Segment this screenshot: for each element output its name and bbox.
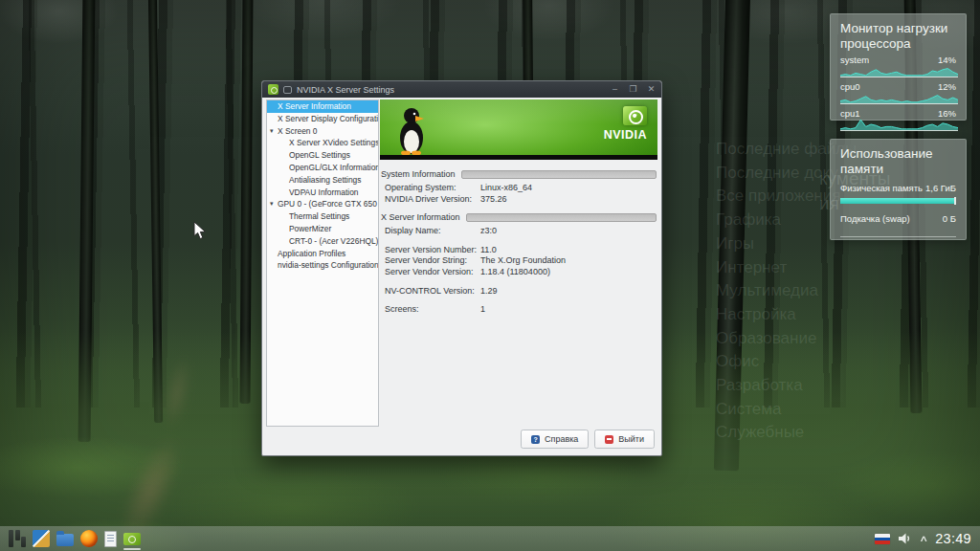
cpu-load-widget: Монитор нагрузки процессора system14%cpu…	[830, 13, 967, 121]
nvidia-app-icon	[268, 84, 278, 95]
info-row: Display Name:z3:0	[381, 226, 657, 237]
ghost-menu-text: Система	[716, 400, 781, 419]
window-content: NVIDIA System InformationOperating Syste…	[380, 99, 657, 452]
cpu-meter: cpu012%	[840, 81, 956, 105]
info-group: Server Version Number:11.0Server Vendor …	[381, 245, 657, 278]
expander-arrow-icon[interactable]: ▾	[270, 125, 274, 138]
sidebar-item-label: X Server Information	[278, 101, 351, 111]
ghost-menu-text: Образование	[716, 329, 816, 348]
info-value: 1.18.4 (11804000)	[480, 267, 550, 278]
ghost-menu-text: Настройка	[716, 305, 796, 324]
info-label: NVIDIA Driver Version:	[381, 194, 480, 206]
keyboard-layout-flag-ru[interactable]	[875, 534, 890, 544]
ghost-menu-text: Графика	[716, 210, 781, 230]
sidebar-item[interactable]: Antialiasing Settings	[267, 174, 378, 187]
memory-bar-fill	[840, 198, 954, 204]
cpu-meter-head: cpu012%	[840, 81, 956, 92]
sidebar-tree[interactable]: X Server InformationX Server Display Con…	[266, 99, 379, 427]
nvidia-settings-window: NVIDIA X Server Settings – ❐ ✕ X Server …	[261, 80, 662, 456]
systray-expand-icon[interactable]: ∧	[919, 534, 928, 543]
swap-value: 0 Б	[943, 213, 956, 224]
sidebar-item-label: X Screen 0	[278, 126, 317, 136]
app-launcher-button[interactable]	[9, 526, 26, 551]
sidebar-item[interactable]: PowerMizer	[267, 223, 378, 235]
nvidia-eye-icon	[623, 106, 647, 125]
info-value: z3:0	[480, 226, 497, 237]
minimize-button[interactable]: –	[611, 81, 619, 98]
memory-value: 1,6 ГиБ	[925, 183, 956, 193]
section-divider	[461, 170, 657, 179]
cpu-meter-label: system	[840, 55, 869, 65]
sidebar-item-label: OpenGL/GLX Information	[289, 163, 379, 172]
quit-button[interactable]: Выйти	[594, 430, 655, 449]
sidebar-item[interactable]: OpenGL Settings	[267, 149, 378, 162]
ghost-menu-text: Служебные	[716, 423, 804, 442]
sidebar-item[interactable]: Application Profiles	[267, 248, 378, 260]
info-row: Operating System:Linux-x86_64	[381, 183, 657, 194]
file-manager-button[interactable]	[56, 526, 74, 551]
text-editor-button[interactable]	[104, 526, 117, 551]
info-row: Server Version Number:11.0	[381, 245, 657, 256]
maximize-button[interactable]: ❐	[629, 81, 637, 98]
section-title: System Information	[381, 169, 456, 179]
close-button[interactable]: ✕	[647, 81, 656, 98]
sidebar-item-label: VDPAU Information	[289, 187, 358, 197]
sidebar-item[interactable]: OpenGL/GLX Information	[267, 162, 378, 174]
ghost-side-text: кументы	[819, 168, 890, 189]
memory-bar-track	[840, 198, 956, 204]
sidebar-item[interactable]: nvidia-settings Configuration	[267, 259, 378, 272]
sidebar-item[interactable]: Thermal Settings	[267, 210, 378, 223]
nvidia-settings-task[interactable]	[123, 526, 141, 551]
text-editor-icon	[104, 531, 117, 547]
firefox-button[interactable]	[80, 526, 98, 551]
sidebar-item-label: CRT-0 - (Acer V226HQL)	[289, 236, 378, 246]
help-icon: ?	[531, 435, 540, 444]
sidebar-item-label: X Server XVideo Settings	[289, 138, 379, 147]
clock[interactable]: 23:49	[935, 531, 971, 546]
info-group: Operating System:Linux-x86_64NVIDIA Driv…	[381, 183, 657, 205]
cpu-meter-head: system14%	[840, 55, 956, 65]
nvidia-logo: NVIDIA	[604, 106, 647, 142]
ghost-menu-text: Мультимедиа	[716, 281, 818, 300]
info-label: Display Name:	[381, 226, 480, 237]
sidebar-item-label: Antialiasing Settings	[289, 175, 361, 185]
info-row: Screens:1	[381, 304, 657, 316]
cpu-usage-chart	[840, 92, 958, 105]
banner-bottom-strip	[380, 155, 657, 160]
memory-widget: Использование памяти Физическая память 1…	[830, 139, 967, 240]
info-group: Display Name:z3:0	[381, 226, 657, 237]
ghost-menu-text: Игры	[716, 234, 754, 253]
info-label: Server Vendor String:	[381, 255, 480, 267]
show-desktop-button[interactable]	[33, 526, 50, 551]
sidebar-item[interactable]: ▾GPU 0 - (GeForce GTX 650 Ti)	[267, 198, 378, 210]
sidebar-item[interactable]: X Server Information	[267, 100, 378, 113]
sidebar-item-label: X Server Display Configuration	[278, 114, 379, 123]
help-button[interactable]: ? Справка	[521, 430, 589, 449]
info-row: NVIDIA Driver Version:375.26	[381, 194, 657, 206]
sidebar-item[interactable]: ▾X Screen 0	[267, 125, 378, 138]
help-button-label: Справка	[545, 434, 578, 444]
info-label: NV-CONTROL Version:	[381, 286, 480, 298]
volume-icon[interactable]	[899, 533, 912, 544]
sidebar-item[interactable]: CRT-0 - (Acer V226HQL)	[267, 235, 378, 248]
window-menu-icon[interactable]	[283, 86, 292, 94]
sidebar-item[interactable]: VDPAU Information	[267, 187, 378, 199]
cpu-meter-label: cpu0	[840, 81, 860, 92]
folder-icon	[56, 534, 74, 546]
tux-penguin-icon	[395, 105, 428, 155]
cpu-meter-label: cpu1	[840, 108, 860, 119]
cpu-widget-title: Монитор нагрузки процессора	[840, 21, 956, 52]
titlebar[interactable]: NVIDIA X Server Settings – ❐ ✕	[262, 81, 661, 98]
cpu-meter: cpu116%	[840, 108, 956, 132]
info-sections: System InformationOperating System:Linux…	[381, 165, 657, 323]
show-desktop-icon	[33, 530, 50, 547]
info-value: 1	[480, 304, 485, 316]
window-title: NVIDIA X Server Settings	[297, 85, 394, 95]
info-row: Server Vendor String:The X.Org Foundatio…	[381, 255, 657, 267]
ghost-menu-text: Разработка	[716, 376, 803, 395]
taskbar: ∧ 23:49	[0, 526, 980, 551]
sidebar-item[interactable]: X Server Display Configuration	[267, 113, 378, 125]
sidebar-item[interactable]: X Server XVideo Settings	[267, 137, 378, 149]
expander-arrow-icon[interactable]: ▾	[270, 198, 274, 210]
section-header: X Server Information	[381, 212, 657, 222]
